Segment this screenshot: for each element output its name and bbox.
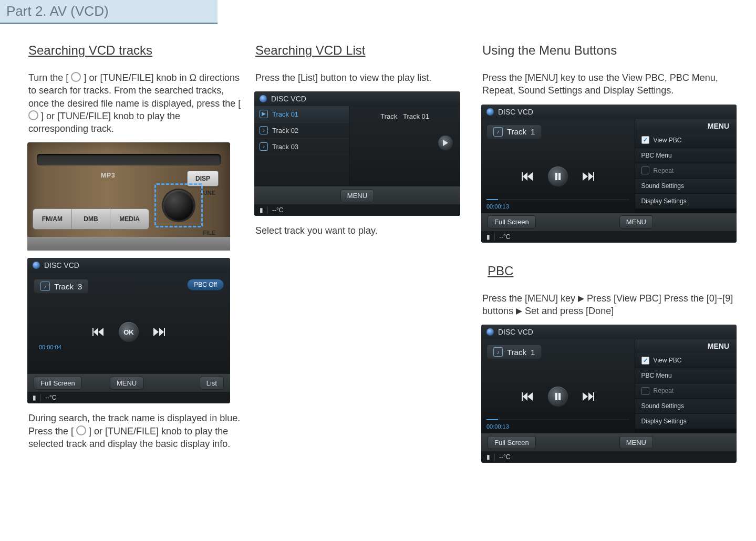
menu-item-label: Display Settings	[641, 418, 687, 425]
menu-panel-title: MENU	[635, 119, 737, 133]
disc-icon	[486, 328, 494, 336]
list-button[interactable]: List	[200, 377, 224, 390]
menu-item-label: Sound Settings	[641, 182, 684, 190]
pause-button[interactable]	[548, 387, 568, 407]
list-paragraph-1: Press the [List] button to view the play…	[255, 71, 470, 84]
menu-item-display[interactable]: Display Settings	[635, 414, 737, 429]
next-track-icon[interactable]	[583, 172, 594, 181]
flag-icon: ▮	[486, 453, 490, 461]
disc-icon	[486, 108, 494, 116]
track-icon: ♪	[40, 282, 50, 291]
menu-button[interactable]: MENU	[340, 189, 374, 202]
menu-item-sound[interactable]: Sound Settings	[635, 399, 737, 414]
text-fragment: ] or [TUNE/FILE] knob to play the corres…	[28, 111, 180, 134]
prev-track-icon[interactable]	[522, 172, 533, 181]
menu-button[interactable]: MENU	[110, 377, 143, 390]
pbc-off-badge[interactable]: PBC Off	[187, 279, 224, 290]
vcd-player-screenshot: DISC VCD ♪ Track 3 PBC Off OK	[27, 258, 230, 403]
status-bar: ▮ --°C	[254, 204, 460, 216]
menu-item-label: View PBC	[654, 357, 682, 364]
screen-footer: MENU	[254, 186, 460, 204]
track-number: 1	[531, 127, 535, 136]
menu-item-view-pbc[interactable]: ✓View PBC	[635, 353, 737, 368]
menu-item-label: Repeat	[654, 167, 674, 174]
ok-button[interactable]: OK	[119, 322, 139, 342]
text-fragment: Set and press [Done]	[522, 306, 614, 316]
knob-icon	[28, 110, 38, 120]
dmb-button[interactable]: DMB	[72, 209, 111, 229]
progress-bar[interactable]	[486, 199, 629, 200]
flag-icon: ▮	[260, 206, 263, 214]
list-item[interactable]: Track 01	[254, 106, 349, 122]
menu-item-sound[interactable]: Sound Settings	[635, 179, 737, 194]
temperature-readout: --°C	[272, 206, 283, 214]
fm-am-button[interactable]: FM/AM	[33, 209, 72, 229]
track-indicator: ♪ Track 1	[486, 124, 542, 139]
prev-track-icon[interactable]	[522, 392, 533, 401]
screen-header: DISC VCD	[481, 325, 737, 339]
track-indicator: ♪ Track 3	[34, 279, 89, 294]
track-icon: ♪	[493, 127, 503, 137]
track-indicator: ♪ Track 1	[486, 345, 542, 359]
menu-item-pbc-menu[interactable]: PBC Menu	[635, 368, 737, 383]
svg-rect-0	[555, 173, 557, 180]
track-info-pane: Track Track 01	[349, 106, 460, 186]
vcd-list-screenshot: DISC VCD Track 01 ♪ Track 02 ♪	[254, 91, 460, 216]
screen-header-label: DISC VCD	[498, 108, 533, 116]
pbc-paragraph: Press the [MENU] key Press [View PBC] Pr…	[482, 292, 739, 318]
menu-item-pbc-menu[interactable]: PBC Menu	[635, 148, 737, 163]
tune-file-knob[interactable]	[163, 190, 194, 221]
full-screen-button[interactable]: Full Screen	[488, 436, 536, 449]
temperature-readout: --°C	[499, 453, 510, 461]
screen-header-label: DISC VCD	[498, 328, 533, 336]
section-title-list: Searching VCD List	[255, 43, 473, 58]
section-title-pbc: PBC	[488, 264, 742, 278]
next-track-icon[interactable]	[583, 392, 594, 401]
progress-bar[interactable]	[486, 419, 629, 420]
pause-button[interactable]	[548, 167, 568, 186]
page-banner: Part 2. AV (VCD)	[0, 0, 218, 24]
stereo-panel-figure: MP3 DISP TUNE FILE FM/AM DMB MEDIA	[27, 142, 230, 251]
menu-item-label: Sound Settings	[641, 402, 684, 410]
menu-button[interactable]: MENU	[619, 436, 653, 449]
status-bar: ▮ --°C	[481, 451, 737, 463]
menu-button[interactable]: MENU	[619, 215, 653, 228]
svg-rect-1	[558, 173, 561, 180]
full-screen-button[interactable]: Full Screen	[488, 215, 536, 228]
disc-icon	[33, 262, 40, 269]
menu-item-repeat[interactable]: Repeat	[635, 383, 737, 399]
section-title-tracks: Searching VCD tracks	[28, 43, 246, 58]
info-prefix: Track	[380, 112, 397, 120]
list-item-label: Track 01	[272, 110, 298, 118]
screen-header: DISC VCD	[254, 91, 460, 106]
menu-item-display[interactable]: Display Settings	[635, 194, 737, 209]
flag-icon: ▮	[486, 233, 490, 241]
list-item-label: Track 03	[272, 143, 298, 151]
tracks-paragraph-1: Turn the [ ] or [TUNE/FILE] knob in Ω di…	[28, 71, 243, 135]
screen-footer: Full Screen MENU	[481, 433, 737, 451]
full-screen-button[interactable]: Full Screen	[34, 377, 82, 390]
list-item[interactable]: ♪ Track 02	[254, 122, 349, 139]
list-item[interactable]: ♪ Track 03	[254, 139, 349, 155]
arrow-right-icon	[516, 308, 522, 315]
vcd-menu-screenshot: DISC VCD ♪ Track 1	[481, 105, 737, 243]
menu-item-view-pbc[interactable]: ✓View PBC	[635, 133, 737, 148]
status-bar: ▮ --°C	[27, 392, 230, 403]
prev-track-icon[interactable]	[92, 328, 104, 336]
checkbox-empty-icon	[641, 387, 649, 395]
next-track-icon[interactable]	[153, 328, 165, 336]
menu-item-repeat[interactable]: Repeat	[635, 163, 737, 179]
list-item-label: Track 02	[272, 127, 298, 134]
screen-footer: Full Screen MENU List	[27, 373, 230, 392]
mp3-label: MP3	[101, 172, 116, 179]
tune-knob-highlight	[154, 183, 203, 227]
media-button[interactable]: MEDIA	[110, 209, 149, 229]
mode-button-strip: FM/AM DMB MEDIA	[33, 209, 149, 230]
menu-item-label: PBC Menu	[641, 372, 672, 379]
track-number: 1	[531, 348, 535, 357]
nav-right-button[interactable]	[438, 136, 453, 150]
knob-icon	[71, 72, 81, 82]
track-icon: ♪	[493, 347, 503, 357]
temperature-readout: --°C	[499, 233, 510, 241]
screen-header-label: DISC VCD	[44, 261, 79, 269]
